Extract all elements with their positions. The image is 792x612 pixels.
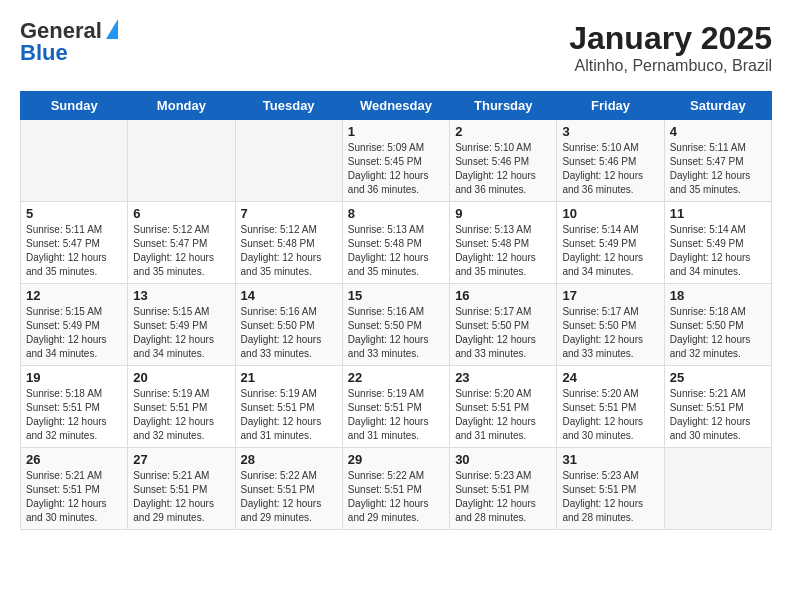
day-info: Sunrise: 5:20 AM Sunset: 5:51 PM Dayligh… (455, 387, 551, 443)
day-number: 18 (670, 288, 766, 303)
day-info: Sunrise: 5:23 AM Sunset: 5:51 PM Dayligh… (562, 469, 658, 525)
day-number: 3 (562, 124, 658, 139)
calendar: SundayMondayTuesdayWednesdayThursdayFrid… (20, 91, 772, 530)
day-number: 11 (670, 206, 766, 221)
day-info: Sunrise: 5:09 AM Sunset: 5:45 PM Dayligh… (348, 141, 444, 197)
calendar-cell: 23Sunrise: 5:20 AM Sunset: 5:51 PM Dayli… (450, 366, 557, 448)
day-number: 29 (348, 452, 444, 467)
weekday-header: Saturday (664, 92, 771, 120)
day-info: Sunrise: 5:21 AM Sunset: 5:51 PM Dayligh… (670, 387, 766, 443)
day-info: Sunrise: 5:16 AM Sunset: 5:50 PM Dayligh… (348, 305, 444, 361)
day-info: Sunrise: 5:21 AM Sunset: 5:51 PM Dayligh… (26, 469, 122, 525)
calendar-cell: 27Sunrise: 5:21 AM Sunset: 5:51 PM Dayli… (128, 448, 235, 530)
calendar-cell (235, 120, 342, 202)
calendar-cell: 10Sunrise: 5:14 AM Sunset: 5:49 PM Dayli… (557, 202, 664, 284)
calendar-cell: 17Sunrise: 5:17 AM Sunset: 5:50 PM Dayli… (557, 284, 664, 366)
day-number: 27 (133, 452, 229, 467)
day-info: Sunrise: 5:17 AM Sunset: 5:50 PM Dayligh… (455, 305, 551, 361)
calendar-cell: 9Sunrise: 5:13 AM Sunset: 5:48 PM Daylig… (450, 202, 557, 284)
day-number: 24 (562, 370, 658, 385)
weekday-header: Tuesday (235, 92, 342, 120)
logo: General Blue (20, 20, 118, 64)
calendar-week-row: 12Sunrise: 5:15 AM Sunset: 5:49 PM Dayli… (21, 284, 772, 366)
day-number: 15 (348, 288, 444, 303)
calendar-cell: 26Sunrise: 5:21 AM Sunset: 5:51 PM Dayli… (21, 448, 128, 530)
day-number: 25 (670, 370, 766, 385)
calendar-cell: 16Sunrise: 5:17 AM Sunset: 5:50 PM Dayli… (450, 284, 557, 366)
calendar-cell: 3Sunrise: 5:10 AM Sunset: 5:46 PM Daylig… (557, 120, 664, 202)
day-number: 6 (133, 206, 229, 221)
day-info: Sunrise: 5:23 AM Sunset: 5:51 PM Dayligh… (455, 469, 551, 525)
calendar-cell (128, 120, 235, 202)
calendar-cell: 2Sunrise: 5:10 AM Sunset: 5:46 PM Daylig… (450, 120, 557, 202)
day-number: 9 (455, 206, 551, 221)
calendar-cell: 5Sunrise: 5:11 AM Sunset: 5:47 PM Daylig… (21, 202, 128, 284)
calendar-cell: 15Sunrise: 5:16 AM Sunset: 5:50 PM Dayli… (342, 284, 449, 366)
calendar-cell: 7Sunrise: 5:12 AM Sunset: 5:48 PM Daylig… (235, 202, 342, 284)
day-number: 12 (26, 288, 122, 303)
day-number: 21 (241, 370, 337, 385)
calendar-cell: 19Sunrise: 5:18 AM Sunset: 5:51 PM Dayli… (21, 366, 128, 448)
calendar-cell: 25Sunrise: 5:21 AM Sunset: 5:51 PM Dayli… (664, 366, 771, 448)
day-number: 7 (241, 206, 337, 221)
calendar-week-row: 19Sunrise: 5:18 AM Sunset: 5:51 PM Dayli… (21, 366, 772, 448)
day-info: Sunrise: 5:14 AM Sunset: 5:49 PM Dayligh… (562, 223, 658, 279)
logo-general: General (20, 20, 102, 42)
month-title: January 2025 (569, 20, 772, 57)
day-info: Sunrise: 5:13 AM Sunset: 5:48 PM Dayligh… (348, 223, 444, 279)
day-number: 10 (562, 206, 658, 221)
calendar-cell (664, 448, 771, 530)
location: Altinho, Pernambuco, Brazil (569, 57, 772, 75)
day-number: 19 (26, 370, 122, 385)
calendar-cell: 28Sunrise: 5:22 AM Sunset: 5:51 PM Dayli… (235, 448, 342, 530)
day-info: Sunrise: 5:22 AM Sunset: 5:51 PM Dayligh… (241, 469, 337, 525)
day-info: Sunrise: 5:10 AM Sunset: 5:46 PM Dayligh… (562, 141, 658, 197)
weekday-header: Friday (557, 92, 664, 120)
day-number: 5 (26, 206, 122, 221)
weekday-header: Thursday (450, 92, 557, 120)
calendar-cell: 14Sunrise: 5:16 AM Sunset: 5:50 PM Dayli… (235, 284, 342, 366)
day-number: 20 (133, 370, 229, 385)
day-info: Sunrise: 5:12 AM Sunset: 5:48 PM Dayligh… (241, 223, 337, 279)
calendar-cell: 24Sunrise: 5:20 AM Sunset: 5:51 PM Dayli… (557, 366, 664, 448)
day-info: Sunrise: 5:18 AM Sunset: 5:51 PM Dayligh… (26, 387, 122, 443)
title-block: January 2025 Altinho, Pernambuco, Brazil (569, 20, 772, 75)
calendar-cell: 4Sunrise: 5:11 AM Sunset: 5:47 PM Daylig… (664, 120, 771, 202)
day-number: 23 (455, 370, 551, 385)
day-number: 22 (348, 370, 444, 385)
calendar-cell: 20Sunrise: 5:19 AM Sunset: 5:51 PM Dayli… (128, 366, 235, 448)
calendar-cell: 13Sunrise: 5:15 AM Sunset: 5:49 PM Dayli… (128, 284, 235, 366)
day-number: 28 (241, 452, 337, 467)
calendar-cell: 1Sunrise: 5:09 AM Sunset: 5:45 PM Daylig… (342, 120, 449, 202)
logo-blue: Blue (20, 42, 68, 64)
day-info: Sunrise: 5:16 AM Sunset: 5:50 PM Dayligh… (241, 305, 337, 361)
day-number: 16 (455, 288, 551, 303)
header: General Blue January 2025 Altinho, Perna… (20, 20, 772, 75)
day-info: Sunrise: 5:19 AM Sunset: 5:51 PM Dayligh… (133, 387, 229, 443)
day-info: Sunrise: 5:19 AM Sunset: 5:51 PM Dayligh… (348, 387, 444, 443)
calendar-cell: 21Sunrise: 5:19 AM Sunset: 5:51 PM Dayli… (235, 366, 342, 448)
day-info: Sunrise: 5:12 AM Sunset: 5:47 PM Dayligh… (133, 223, 229, 279)
calendar-week-row: 5Sunrise: 5:11 AM Sunset: 5:47 PM Daylig… (21, 202, 772, 284)
calendar-cell: 12Sunrise: 5:15 AM Sunset: 5:49 PM Dayli… (21, 284, 128, 366)
calendar-cell (21, 120, 128, 202)
weekday-header: Monday (128, 92, 235, 120)
logo-triangle-icon (106, 19, 118, 39)
day-number: 4 (670, 124, 766, 139)
weekday-header: Wednesday (342, 92, 449, 120)
calendar-cell: 11Sunrise: 5:14 AM Sunset: 5:49 PM Dayli… (664, 202, 771, 284)
calendar-cell: 8Sunrise: 5:13 AM Sunset: 5:48 PM Daylig… (342, 202, 449, 284)
day-info: Sunrise: 5:18 AM Sunset: 5:50 PM Dayligh… (670, 305, 766, 361)
day-number: 26 (26, 452, 122, 467)
day-number: 13 (133, 288, 229, 303)
weekday-header: Sunday (21, 92, 128, 120)
day-info: Sunrise: 5:11 AM Sunset: 5:47 PM Dayligh… (26, 223, 122, 279)
day-info: Sunrise: 5:21 AM Sunset: 5:51 PM Dayligh… (133, 469, 229, 525)
calendar-week-row: 1Sunrise: 5:09 AM Sunset: 5:45 PM Daylig… (21, 120, 772, 202)
day-info: Sunrise: 5:15 AM Sunset: 5:49 PM Dayligh… (133, 305, 229, 361)
day-number: 14 (241, 288, 337, 303)
calendar-cell: 22Sunrise: 5:19 AM Sunset: 5:51 PM Dayli… (342, 366, 449, 448)
day-info: Sunrise: 5:20 AM Sunset: 5:51 PM Dayligh… (562, 387, 658, 443)
calendar-week-row: 26Sunrise: 5:21 AM Sunset: 5:51 PM Dayli… (21, 448, 772, 530)
day-number: 2 (455, 124, 551, 139)
